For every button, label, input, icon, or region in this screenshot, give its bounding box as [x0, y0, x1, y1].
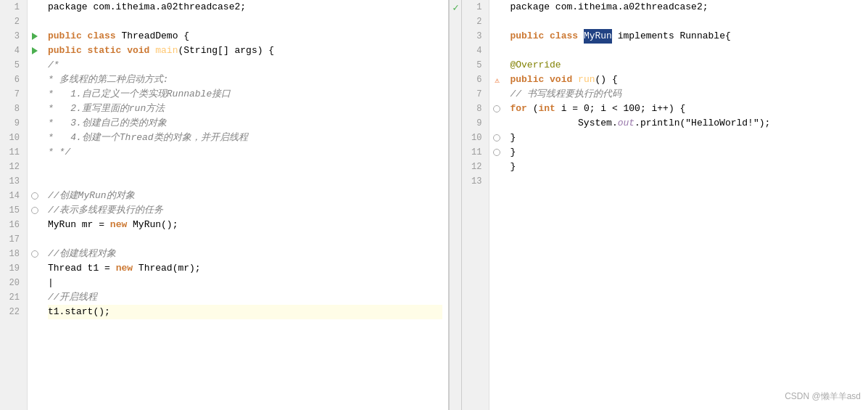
- line-number: 8: [467, 102, 484, 116]
- left-pane: 12345678910111213141516171819202122 pack…: [0, 0, 449, 410]
- right-pane: 12345678910111213 ⚠ package com.itheima.…: [462, 0, 868, 410]
- gutter-marker: [489, 131, 504, 145]
- code-line: [510, 44, 862, 58]
- gutter-marker: [28, 174, 42, 189]
- gutter-marker: [489, 0, 504, 15]
- code-line: public void run() {: [510, 73, 862, 87]
- code-line: * 2.重写里面的run方法: [48, 102, 442, 116]
- code-line: //创建MyRun的对象: [48, 189, 442, 203]
- line-number: 5: [467, 58, 484, 73]
- gutter-marker: [28, 305, 42, 319]
- line-number: 1: [467, 0, 484, 15]
- gutter-marker: [489, 87, 504, 102]
- gutter-marker: [28, 87, 42, 102]
- gutter-marker: [489, 29, 504, 44]
- code-line: public class MyRun implements Runnable{: [510, 29, 862, 44]
- line-number: 7: [467, 87, 484, 102]
- code-line: public class ThreadDemo {: [48, 29, 442, 44]
- code-line: //开启线程: [48, 290, 442, 305]
- line-number: 19: [5, 261, 22, 276]
- code-line: * 3.创建自己的类的对象: [48, 116, 442, 131]
- line-number: 1: [5, 0, 22, 15]
- code-line: }: [510, 145, 862, 160]
- code-line: }: [510, 131, 862, 145]
- code-line: MyRun mr = new MyRun();: [48, 218, 442, 232]
- code-line: * */: [48, 145, 442, 160]
- code-line: //表示多线程要执行的任务: [48, 203, 442, 218]
- gutter-marker: [28, 290, 42, 305]
- gutter-marker: [28, 247, 42, 261]
- code-line: /*: [48, 58, 442, 73]
- gutter-marker: [489, 102, 504, 116]
- code-line: for (int i = 0; i < 100; i++) {: [510, 102, 862, 116]
- code-line: [510, 174, 862, 189]
- gutter-marker: [28, 102, 42, 116]
- line-number: 17: [5, 232, 22, 247]
- gutter-marker: [489, 15, 504, 29]
- line-number: 9: [5, 116, 22, 131]
- line-number: 3: [467, 29, 484, 44]
- line-number: 13: [467, 174, 484, 189]
- gutter-marker: [489, 58, 504, 73]
- code-line: //创建线程对象: [48, 247, 442, 261]
- code-line: [48, 160, 442, 174]
- gutter-marker: [489, 145, 504, 160]
- gutter-marker: [28, 44, 42, 58]
- line-number: 15: [5, 203, 22, 218]
- gutter-marker: ⚠: [489, 73, 504, 87]
- line-number: 11: [5, 145, 22, 160]
- gutter-marker: [28, 276, 42, 290]
- gutter-marker: [28, 116, 42, 131]
- gutter-marker: [28, 58, 42, 73]
- gutter-marker: [28, 73, 42, 87]
- gutter-marker: [489, 160, 504, 174]
- line-number: 10: [5, 131, 22, 145]
- gutter-marker: [489, 174, 504, 189]
- line-number: 2: [467, 15, 484, 29]
- right-code-content[interactable]: package com.itheima.a02threadcase2; publ…: [504, 0, 868, 410]
- left-markers: [28, 0, 42, 410]
- right-line-numbers: 12345678910111213: [462, 0, 489, 410]
- gutter-marker: [28, 189, 42, 203]
- gutter-marker: [489, 116, 504, 131]
- line-number: 10: [467, 131, 484, 145]
- code-line: package com.itheima.a02threadcase2;: [48, 0, 442, 15]
- gutter-marker: [489, 44, 504, 58]
- right-code-area: 12345678910111213 ⚠ package com.itheima.…: [462, 0, 868, 410]
- left-line-numbers: 12345678910111213141516171819202122: [0, 0, 28, 410]
- line-number: 18: [5, 247, 22, 261]
- code-line: // 书写线程要执行的代码: [510, 87, 862, 102]
- code-line: * 1.自己定义一个类实现Runnable接口: [48, 87, 442, 102]
- gutter-marker: [28, 218, 42, 232]
- left-code-area: 12345678910111213141516171819202122 pack…: [0, 0, 448, 410]
- line-number: 20: [5, 276, 22, 290]
- code-line: * 4.创建一个Thread类的对象，并开启线程: [48, 131, 442, 145]
- line-number: 9: [467, 116, 484, 131]
- gutter-marker: [28, 160, 42, 174]
- gutter-marker: [28, 0, 42, 15]
- line-number: 13: [5, 174, 22, 189]
- code-line: t1.start();: [48, 305, 442, 319]
- code-line: |: [48, 276, 442, 290]
- right-markers: ⚠: [489, 0, 504, 410]
- code-line: [48, 232, 442, 247]
- code-line: [48, 15, 442, 29]
- line-number: 14: [5, 189, 22, 203]
- gutter-marker: [28, 15, 42, 29]
- code-line: [48, 174, 442, 189]
- code-line: Thread t1 = new Thread(mr);: [48, 261, 442, 276]
- line-number: 11: [467, 145, 484, 160]
- line-number: 5: [5, 58, 22, 73]
- code-line: package com.itheima.a02threadcase2;: [510, 0, 862, 15]
- code-line: @Override: [510, 58, 862, 73]
- line-number: 4: [467, 44, 484, 58]
- line-number: 12: [5, 160, 22, 174]
- code-line: * 多线程的第二种启动方式:: [48, 73, 442, 87]
- code-line: System.out.println("HelloWorld!");: [510, 116, 862, 131]
- line-number: 16: [5, 218, 22, 232]
- line-number: 22: [5, 305, 22, 319]
- watermark: CSDN @懒羊羊asd: [785, 390, 861, 403]
- line-number: 7: [5, 87, 22, 102]
- left-code-content[interactable]: package com.itheima.a02threadcase2; publ…: [42, 0, 448, 410]
- line-number: 4: [5, 44, 22, 58]
